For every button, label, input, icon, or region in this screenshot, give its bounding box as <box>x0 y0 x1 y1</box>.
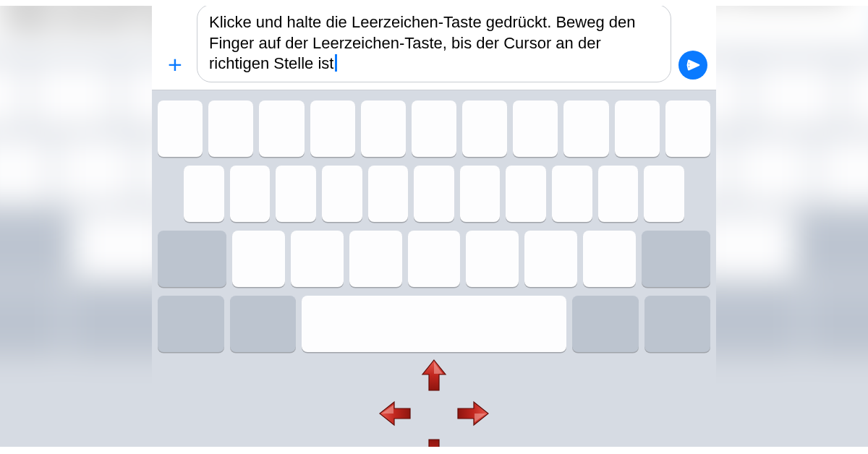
blank-key[interactable] <box>232 231 285 287</box>
keyboard-row <box>158 166 710 222</box>
return-key[interactable] <box>807 287 868 352</box>
blank-key[interactable] <box>414 166 454 222</box>
send-icon <box>685 57 701 73</box>
blank-key[interactable] <box>322 166 362 222</box>
modifier-key[interactable] <box>158 231 226 287</box>
blank-key[interactable] <box>513 100 558 157</box>
blank-key[interactable] <box>276 166 316 222</box>
blank-key[interactable] <box>644 166 684 222</box>
blank-key[interactable] <box>583 231 636 287</box>
message-text: Klicke und halte die Leerzeichen-Taste g… <box>209 13 635 72</box>
blank-key[interactable] <box>32 63 115 128</box>
blank-key[interactable] <box>259 100 304 157</box>
modifier-key[interactable] <box>572 296 639 352</box>
plus-icon: + <box>168 51 182 79</box>
onscreen-keyboard[interactable] <box>152 90 716 454</box>
blank-key[interactable] <box>56 137 135 202</box>
modifier-key[interactable] <box>158 296 224 352</box>
blank-key[interactable] <box>615 100 660 157</box>
blank-key[interactable] <box>563 100 608 157</box>
keyboard-row <box>158 100 710 157</box>
keyboard-row <box>158 296 710 352</box>
add-attachment-button[interactable]: + <box>161 51 190 80</box>
trackpad-move-indicator <box>380 359 488 454</box>
blank-key[interactable] <box>665 100 710 157</box>
modifier-key[interactable] <box>0 213 68 278</box>
blank-key[interactable] <box>818 137 868 202</box>
blank-key[interactable] <box>184 166 224 222</box>
blank-key[interactable] <box>408 231 461 287</box>
blank-key[interactable] <box>506 166 546 222</box>
blank-key[interactable] <box>0 137 50 202</box>
modifier-key[interactable] <box>0 287 61 352</box>
blank-key[interactable] <box>310 100 355 157</box>
blank-key[interactable] <box>412 100 456 157</box>
send-button[interactable] <box>678 51 707 80</box>
return-key[interactable] <box>644 296 711 352</box>
arrow-up-icon <box>420 359 448 393</box>
blank-key[interactable] <box>524 231 577 287</box>
blank-key[interactable] <box>208 100 253 157</box>
text-cursor <box>335 54 337 72</box>
message-input[interactable]: Klicke und halte die Leerzeichen-Taste g… <box>197 4 671 82</box>
blank-key[interactable] <box>0 63 25 128</box>
blank-key[interactable] <box>552 166 592 222</box>
modifier-key[interactable] <box>800 213 868 278</box>
blank-key[interactable] <box>230 166 271 222</box>
blank-key[interactable] <box>462 100 507 157</box>
compose-bar: + Klicke und halte die Leerzeichen-Taste… <box>152 0 716 90</box>
blank-key[interactable] <box>158 100 203 157</box>
modifier-key[interactable] <box>230 296 297 352</box>
blank-key[interactable] <box>733 137 812 202</box>
blank-key[interactable] <box>466 231 519 287</box>
blank-key[interactable] <box>753 63 836 128</box>
blank-key[interactable] <box>291 231 344 287</box>
arrow-left-icon <box>378 399 413 428</box>
arrow-right-icon <box>455 399 490 428</box>
blank-key[interactable] <box>460 166 501 222</box>
keyboard-row <box>158 231 710 287</box>
modifier-key[interactable] <box>642 231 710 287</box>
blank-key[interactable] <box>361 100 406 157</box>
blank-key[interactable] <box>598 166 639 222</box>
blank-key[interactable] <box>843 63 868 128</box>
spacebar-key[interactable] <box>302 296 566 352</box>
blank-key[interactable] <box>349 231 402 287</box>
blank-key[interactable] <box>368 166 409 222</box>
